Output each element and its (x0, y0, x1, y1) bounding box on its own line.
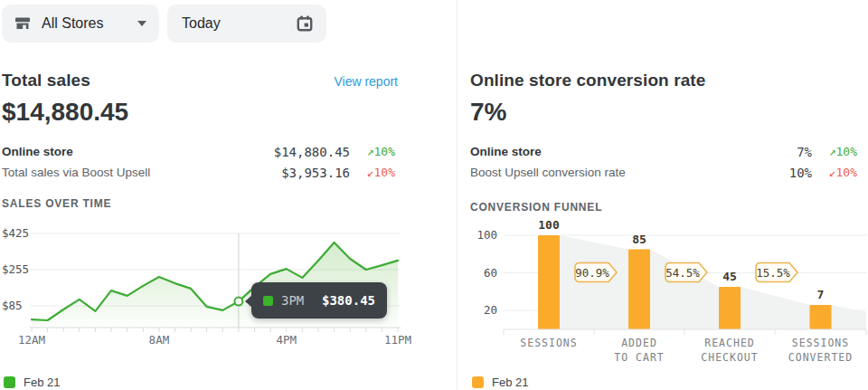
svg-text:$425: $425 (2, 226, 29, 240)
conversion-rate-value: 7% (470, 98, 506, 127)
date-selector-label: Today (182, 15, 221, 32)
svg-text:CONVERTED: CONVERTED (788, 351, 853, 364)
svg-text:ADDED: ADDED (621, 337, 657, 349)
metric-row-online-store: Online store 7% ↗10% (470, 141, 857, 162)
legend-swatch-green (4, 376, 15, 388)
date-selector-button[interactable]: Today (167, 5, 326, 43)
svg-text:REACHED: REACHED (704, 337, 754, 349)
metric-value: $3,953.16 (281, 166, 350, 180)
metric-value: $14,880.45 (274, 145, 350, 159)
chevron-down-icon (137, 21, 146, 26)
panel-divider (457, 0, 458, 390)
svg-text:$255: $255 (2, 262, 29, 276)
svg-text:54.5%: 54.5% (665, 266, 700, 280)
svg-text:SESSIONS: SESSIONS (792, 337, 849, 349)
svg-text:90.9%: 90.9% (575, 266, 609, 280)
metric-delta: ↙10% (812, 166, 857, 179)
chart-tooltip: 3PM $380.45 (251, 282, 387, 319)
metric-label: Boost Upsell conversion rate (470, 166, 626, 179)
metric-row-boost-upsell: Boost Upsell conversion rate 10% ↙10% (470, 162, 857, 183)
conversion-breakdown: Online store 7% ↗10% Boost Upsell conver… (470, 141, 857, 183)
metric-label: Total sales via Boost Upsell (2, 166, 150, 179)
sales-legend: Feb 21 (4, 376, 60, 389)
metric-delta: ↙10% (350, 166, 395, 179)
svg-text:60: 60 (484, 266, 497, 280)
trend-down-icon: ↙ (367, 166, 374, 179)
metric-value: 7% (797, 145, 812, 159)
svg-text:$85: $85 (2, 299, 23, 312)
funnel-legend: Feb 21 (472, 376, 528, 389)
metric-row-boost-upsell: Total sales via Boost Upsell $3,953.16 ↙… (2, 162, 395, 183)
metric-value: 10% (789, 166, 812, 180)
metric-label: Online store (2, 145, 73, 158)
svg-text:100: 100 (538, 218, 560, 232)
svg-text:15.5%: 15.5% (756, 266, 790, 280)
trend-up-icon: ↗ (367, 145, 374, 158)
metric-row-online-store: Online store $14,880.45 ↗10% (2, 141, 395, 162)
tooltip-value: $380.45 (322, 293, 375, 308)
legend-label: Feb 21 (492, 376, 528, 389)
svg-text:12AM: 12AM (18, 333, 45, 347)
analytics-dashboard: All Stores Today Total sales View report… (0, 0, 868, 390)
tooltip-time: 3PM (281, 293, 304, 308)
svg-text:100: 100 (476, 228, 497, 242)
store-selector-label: All Stores (42, 15, 103, 32)
store-selector-button[interactable]: All Stores (2, 5, 159, 43)
conversion-funnel-chart[interactable]: 10060201008545790.9%54.5%15.5%SESSIONSAD… (470, 217, 868, 371)
svg-text:20: 20 (484, 303, 497, 317)
store-icon (14, 15, 31, 32)
metric-delta: ↗10% (812, 145, 857, 158)
svg-text:7: 7 (817, 288, 825, 301)
total-sales-value: $14,880.45 (2, 98, 128, 127)
conversion-rate-title: Online store conversion rate (470, 71, 705, 90)
total-sales-title: Total sales (2, 71, 90, 90)
svg-text:CHECKOUT: CHECKOUT (701, 351, 758, 364)
svg-text:4PM: 4PM (276, 333, 297, 347)
view-report-link[interactable]: View report (334, 74, 398, 89)
sales-over-time-heading: SALES OVER TIME (2, 197, 111, 210)
metric-label: Online store (470, 145, 542, 158)
legend-swatch-orange (472, 376, 484, 388)
total-sales-breakdown: Online store $14,880.45 ↗10% Total sales… (2, 141, 395, 183)
svg-text:SESSIONS: SESSIONS (520, 337, 577, 349)
calendar-icon (296, 14, 314, 33)
legend-label: Feb 21 (24, 376, 60, 389)
trend-up-icon: ↗ (829, 145, 836, 158)
svg-text:TO CART: TO CART (614, 351, 664, 364)
svg-text:45: 45 (722, 270, 737, 283)
metric-delta: ↗10% (350, 145, 395, 158)
tooltip-series-swatch (263, 296, 273, 306)
trend-down-icon: ↙ (829, 166, 836, 179)
conversion-funnel-heading: CONVERSION FUNNEL (470, 201, 602, 214)
svg-text:8AM: 8AM (149, 333, 170, 347)
svg-text:11PM: 11PM (384, 333, 411, 347)
svg-text:85: 85 (632, 233, 646, 246)
